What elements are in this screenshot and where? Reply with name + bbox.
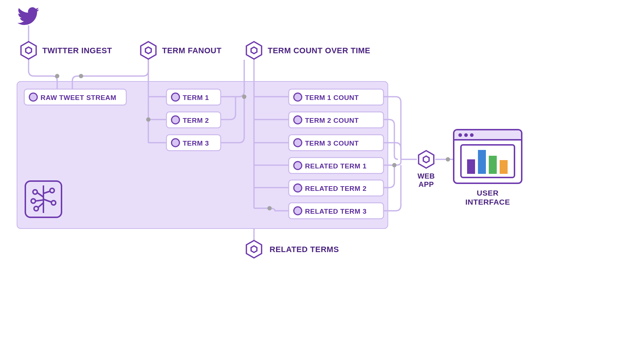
svg-point-2: [146, 117, 151, 122]
pill-label: TERM 1: [183, 94, 209, 101]
svg-point-30: [294, 139, 302, 147]
svg-marker-10: [145, 47, 151, 54]
svg-point-0: [55, 74, 59, 78]
pill-term-3-count: TERM 3 COUNT: [289, 135, 384, 151]
svg-point-26: [294, 93, 302, 101]
pill-label: TERM 1 COUNT: [305, 94, 359, 101]
pill-label: RAW TWEET STREAM: [41, 94, 116, 101]
hex-web-app: [419, 151, 434, 168]
svg-point-20: [171, 93, 179, 101]
label-web-app-2: APP: [419, 180, 434, 188]
pill-term-3: TERM 3: [166, 135, 221, 151]
pill-term-1: TERM 1: [166, 89, 221, 105]
pill-raw-tweet-stream: RAW TWEET STREAM: [24, 89, 126, 105]
svg-point-1: [79, 74, 83, 78]
svg-point-3: [242, 95, 246, 99]
pill-related-2: RELATED TERM 2: [289, 180, 384, 196]
label-twitter-ingest: TWITTER INGEST: [42, 46, 112, 55]
label-web-app-1: WEB: [418, 172, 435, 180]
bar-chart-bar-icon: [478, 150, 486, 174]
pill-label: TERM 2: [183, 117, 209, 124]
svg-marker-12: [251, 47, 257, 54]
hex-twitter-ingest: [21, 42, 36, 59]
svg-point-54: [470, 133, 474, 137]
svg-marker-16: [423, 156, 429, 163]
hex-related-terms: [246, 240, 262, 258]
architecture-diagram: TWITTER INGEST TERM FANOUT TERM COUNT OV…: [0, 0, 543, 282]
pill-related-1: RELATED TERM 1: [289, 158, 384, 173]
twitter-icon: [17, 7, 39, 25]
pill-label: TERM 2 COUNT: [305, 117, 359, 124]
svg-point-36: [294, 207, 302, 215]
pill-label: TERM 3 COUNT: [305, 139, 359, 147]
label-ui-2: INTERFACE: [465, 198, 510, 206]
svg-point-24: [171, 139, 179, 147]
svg-point-5: [392, 163, 397, 167]
svg-marker-14: [251, 246, 257, 252]
svg-point-34: [294, 184, 302, 192]
label-term-count: TERM COUNT OVER TIME: [268, 46, 370, 55]
pill-label: RELATED TERM 1: [305, 162, 367, 170]
bar-chart-bar-icon: [489, 156, 497, 174]
pill-term-2-count: TERM 2 COUNT: [289, 112, 384, 128]
bar-chart-bar-icon: [467, 159, 475, 174]
label-ui-1: USER: [477, 189, 499, 197]
svg-point-32: [294, 162, 302, 170]
pill-term-1-count: TERM 1 COUNT: [289, 89, 384, 105]
svg-point-28: [294, 116, 302, 124]
hex-term-fanout: [141, 42, 156, 59]
svg-point-53: [464, 133, 468, 137]
label-related-terms: RELATED TERMS: [270, 245, 339, 254]
pill-label: RELATED TERM 2: [305, 185, 367, 192]
svg-point-52: [458, 133, 462, 137]
svg-marker-8: [26, 47, 31, 54]
svg-point-6: [446, 157, 450, 162]
pill-term-2: TERM 2: [166, 112, 221, 128]
svg-point-4: [267, 206, 272, 210]
pill-label: TERM 3: [183, 139, 209, 147]
svg-point-22: [171, 116, 179, 124]
bar-chart-bar-icon: [500, 160, 508, 174]
pill-related-3: RELATED TERM 3: [289, 203, 384, 219]
svg-point-18: [29, 93, 37, 101]
pill-label: RELATED TERM 3: [305, 208, 367, 215]
hex-term-count: [246, 42, 262, 59]
user-interface-icon: [454, 130, 522, 183]
label-term-fanout: TERM FANOUT: [162, 46, 221, 55]
